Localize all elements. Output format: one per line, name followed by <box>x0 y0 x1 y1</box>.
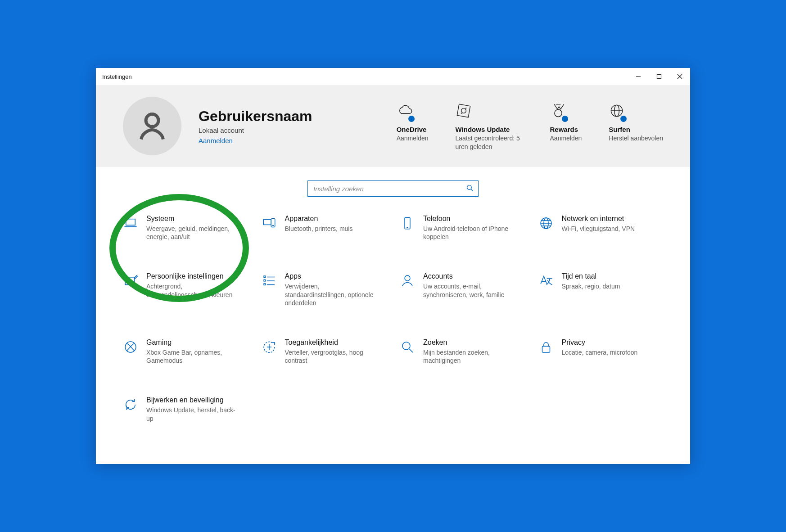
category-update-security[interactable]: Bijwerken en beveiliging Windows Update,… <box>123 396 248 422</box>
search-icon <box>466 185 474 193</box>
category-title: Zoeken <box>423 338 513 347</box>
close-button[interactable] <box>669 68 690 85</box>
svg-point-10 <box>467 185 472 189</box>
category-apps[interactable]: Apps Verwijderen, standaardinstellingen,… <box>262 272 387 307</box>
xbox-icon <box>123 348 138 356</box>
category-personalization[interactable]: Persoonlijke instellingen Achtergrond, v… <box>123 272 248 307</box>
svg-rect-35 <box>542 346 550 352</box>
category-title: Privacy <box>562 338 638 347</box>
header: Gebruikersnaam Lokaal account Aanmelden … <box>96 85 690 167</box>
minimize-button[interactable] <box>628 68 649 85</box>
tile-sub: Laatst gecontroleerd: 5 uren geleden <box>456 134 523 150</box>
list-icon <box>262 282 277 290</box>
avatar[interactable] <box>123 97 181 155</box>
category-desc: Xbox Game Bar, opnames, Gamemodus <box>146 348 236 365</box>
sign-in-link[interactable]: Aanmelden <box>199 137 312 144</box>
svg-line-34 <box>409 349 413 352</box>
status-dot <box>620 116 627 122</box>
category-title: Toegankelijkheid <box>285 338 375 347</box>
settings-window: Instellingen Gebruikersnaam Lokaal accou… <box>96 68 690 464</box>
tile-title: Rewards <box>550 126 578 133</box>
category-title: Apps <box>285 272 375 280</box>
user-icon <box>136 109 168 143</box>
person-icon <box>400 282 415 290</box>
category-title: Gaming <box>146 338 236 347</box>
username: Gebruikersnaam <box>199 108 312 125</box>
laptop-icon <box>123 225 138 232</box>
maximize-button[interactable] <box>649 68 669 85</box>
category-title: Persoonlijke instellingen <box>146 272 236 280</box>
tile-sub: Aanmelden <box>550 134 582 142</box>
category-devices[interactable]: Apparaten Bluetooth, printers, muis <box>262 215 387 241</box>
category-title: Netwerk en internet <box>562 215 635 223</box>
lock-icon <box>538 348 554 356</box>
paint-icon <box>123 282 138 290</box>
user-block: Gebruikersnaam Lokaal account Aanmelden <box>199 108 312 144</box>
window-controls <box>628 68 690 85</box>
search-box[interactable] <box>307 180 479 197</box>
tile-sub: Herstel aanbevolen <box>609 134 663 142</box>
category-desc: Spraak, regio, datum <box>562 282 620 290</box>
tile-title: Surfen <box>609 126 630 133</box>
account-type: Lokaal account <box>199 126 312 134</box>
category-title: Apparaten <box>285 215 353 223</box>
tile-title: OneDrive <box>397 126 427 133</box>
status-dot <box>408 116 415 122</box>
phone-icon <box>400 225 415 232</box>
svg-rect-30 <box>264 284 265 285</box>
category-system[interactable]: Systeem Weergave, geluid, meldingen, ene… <box>123 215 248 241</box>
category-title: Telefoon <box>423 215 513 223</box>
tile-rewards[interactable]: Rewards Aanmelden <box>550 101 582 150</box>
svg-rect-14 <box>263 220 271 225</box>
category-title: Systeem <box>146 215 236 223</box>
globe-icon <box>538 225 554 232</box>
svg-point-6 <box>554 109 561 117</box>
svg-rect-29 <box>264 280 265 281</box>
header-tiles: OneDrive Aanmelden Windows Update Laatst… <box>397 101 663 150</box>
categories-grid: Systeem Weergave, geluid, meldingen, ene… <box>96 215 690 441</box>
category-network[interactable]: Netwerk en internet Wi-Fi, vliegtuigstan… <box>538 215 664 241</box>
category-title: Bijwerken en beveiliging <box>146 396 236 404</box>
search-input[interactable] <box>313 185 466 193</box>
category-phone[interactable]: Telefoon Uw Android-telefoon of iPhone k… <box>400 215 525 241</box>
category-desc: Mijn bestanden zoeken, machtigingen <box>423 348 513 365</box>
tile-title: Windows Update <box>456 126 510 133</box>
svg-rect-1 <box>657 75 661 79</box>
category-desc: Verwijderen, standaardinstellingen, opti… <box>285 282 375 307</box>
title-bar: Instellingen <box>96 68 690 85</box>
category-desc: Uw Android-telefoon of iPhone koppelen <box>423 225 513 241</box>
devices-icon <box>262 225 277 232</box>
svg-rect-5 <box>457 104 470 117</box>
tile-browse[interactable]: Surfen Herstel aanbevolen <box>609 101 663 150</box>
language-icon <box>538 282 554 290</box>
svg-point-4 <box>146 114 158 127</box>
category-desc: Achtergrond, vergrendelingsscherm, kleur… <box>146 282 236 298</box>
category-accounts[interactable]: Accounts Uw accounts, e-mail, synchronis… <box>400 272 525 307</box>
category-desc: Weergave, geluid, meldingen, energie, aa… <box>146 225 236 241</box>
category-desc: Windows Update, herstel, back-up <box>146 406 236 422</box>
category-title: Accounts <box>423 272 513 280</box>
svg-point-33 <box>402 342 410 350</box>
svg-rect-24 <box>125 278 134 285</box>
window-title: Instellingen <box>102 73 132 80</box>
category-desc: Wi-Fi, vliegtuigstand, VPN <box>562 225 635 233</box>
tile-windows-update[interactable]: Windows Update Laatst gecontroleerd: 5 u… <box>456 101 523 150</box>
ease-icon <box>262 348 277 356</box>
svg-point-31 <box>405 275 410 281</box>
category-desc: Verteller, vergrootglas, hoog contrast <box>285 348 375 365</box>
category-desc: Bluetooth, printers, muis <box>285 225 353 233</box>
svg-rect-12 <box>126 219 135 225</box>
category-accessibility[interactable]: Toegankelijkheid Verteller, vergrootglas… <box>262 338 387 365</box>
tile-onedrive[interactable]: OneDrive Aanmelden <box>397 101 429 150</box>
category-search[interactable]: Zoeken Mijn bestanden zoeken, machtiging… <box>400 338 525 365</box>
category-gaming[interactable]: Gaming Xbox Game Bar, opnames, Gamemodus <box>123 338 248 365</box>
category-time-language[interactable]: Tijd en taal Spraak, regio, datum <box>538 272 664 307</box>
search-row <box>96 167 690 215</box>
category-desc: Uw accounts, e-mail, synchroniseren, wer… <box>423 282 513 298</box>
sync-icon <box>456 103 472 120</box>
svg-point-16 <box>272 225 273 226</box>
category-privacy[interactable]: Privacy Locatie, camera, microfoon <box>538 338 664 365</box>
magnifier-icon <box>400 348 415 356</box>
tile-sub: Aanmelden <box>397 134 429 142</box>
svg-line-11 <box>471 189 473 191</box>
